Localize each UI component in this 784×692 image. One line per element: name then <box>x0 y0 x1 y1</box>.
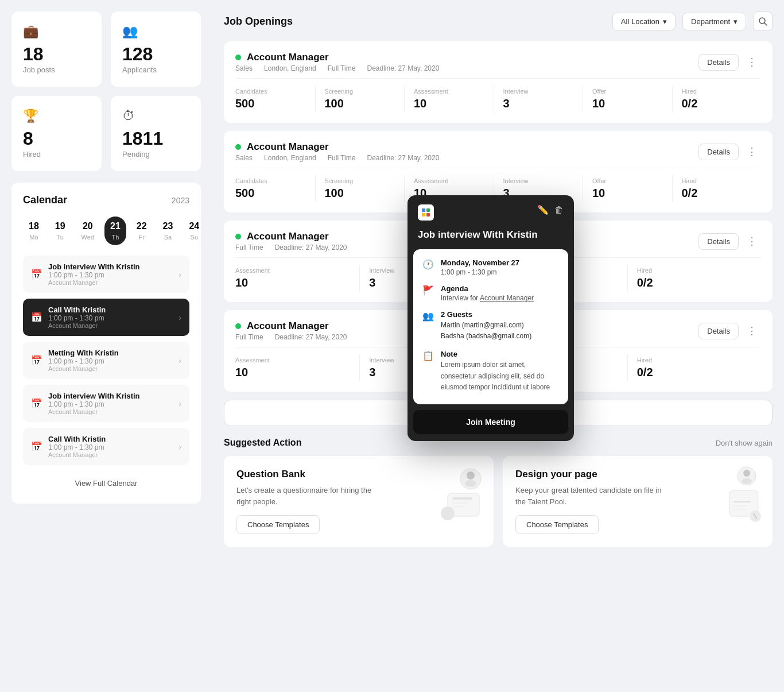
svg-line-1 <box>764 23 767 25</box>
active-dot <box>235 55 241 60</box>
suggested-card-1: Design your page Keep your great talente… <box>503 456 773 547</box>
details-button[interactable]: Details <box>698 54 739 71</box>
popup-date: Monday, November 27 <box>441 258 559 267</box>
view-full-calendar-button[interactable]: View Full Calendar <box>23 474 189 492</box>
more-options-button[interactable]: ⋮ <box>743 233 761 250</box>
details-button[interactable]: Details <box>698 233 739 250</box>
hired-label: Hired <box>23 150 90 158</box>
job-stat-hired: Hired 0/2 <box>673 175 762 202</box>
illustration-1 <box>698 462 767 525</box>
svg-rect-7 <box>452 502 468 504</box>
applicants-number: 128 <box>122 45 189 63</box>
day-20[interactable]: 20 Wed <box>76 217 100 245</box>
svg-rect-6 <box>452 497 472 500</box>
job-card-header: Account Manager Sales London, England Fu… <box>235 141 761 162</box>
chevron-right-icon: › <box>178 356 181 365</box>
svg-rect-17 <box>733 509 745 511</box>
day-22[interactable]: 22 Fr <box>131 217 153 245</box>
svg-rect-21 <box>426 208 430 212</box>
pending-number: 1811 <box>122 129 189 148</box>
search-icon <box>758 17 767 26</box>
department-filter[interactable]: Department ▾ <box>682 13 746 30</box>
calendar-icon: 📅 <box>31 398 42 409</box>
google-meet-icon <box>418 204 434 221</box>
choose-templates-button-0[interactable]: Choose Templates <box>236 515 320 534</box>
stat-card-pending: ⏱ 1811 Pending <box>111 96 201 171</box>
popup-agenda-link[interactable]: Account Manager <box>480 294 534 302</box>
more-options-button[interactable]: ⋮ <box>743 143 761 160</box>
popup-time: 1:00 pm - 1:30 pm <box>441 268 559 276</box>
job-posts-number: 18 <box>23 45 90 63</box>
details-button[interactable]: Details <box>698 323 739 339</box>
day-18[interactable]: 18 Mo <box>23 217 45 245</box>
popup-title: Job interview With Kristin <box>418 229 564 241</box>
job-stat-hired: Hired 0/2 <box>673 86 762 113</box>
job-title: Account Manager <box>247 52 329 63</box>
delete-icon[interactable]: 🗑 <box>554 205 564 215</box>
choose-templates-button-1[interactable]: Choose Templates <box>515 515 599 534</box>
suggested-card-0: Question Bank Let's create a questionnai… <box>224 456 494 547</box>
applicants-label: Applicants <box>122 65 189 74</box>
join-meeting-button[interactable]: Join Meeting <box>413 410 568 434</box>
active-dot <box>235 323 241 329</box>
calendar-event-4[interactable]: 📅 Call With Kristin 1:00 pm - 1:30 pm Ac… <box>23 428 189 465</box>
job-stat-candidates: Candidates 500 <box>235 175 316 202</box>
search-button[interactable] <box>753 11 773 31</box>
svg-rect-20 <box>422 208 425 212</box>
pending-icon: ⏱ <box>122 109 189 123</box>
job-title: Account Manager <box>247 320 329 332</box>
job-title: Account Manager <box>247 231 329 242</box>
day-21[interactable]: 21 Th <box>104 217 126 245</box>
more-options-button[interactable]: ⋮ <box>743 322 761 339</box>
calendar-event-2[interactable]: 📅 Metting With Kristin 1:00 pm - 1:30 pm… <box>23 342 189 379</box>
day-23[interactable]: 23 Sa <box>157 217 179 245</box>
svg-point-11 <box>743 470 750 477</box>
applicants-icon: 👥 <box>122 24 189 39</box>
svg-rect-8 <box>452 506 465 508</box>
edit-icon[interactable]: ✏️ <box>537 204 549 215</box>
job-posts-label: Job posts <box>23 65 90 74</box>
calendar-event-3[interactable]: 📅 Job interview With Kristin 1:00 pm - 1… <box>23 385 189 422</box>
job-meta: Sales London, England Full Time Deadline… <box>235 64 439 72</box>
location-filter[interactable]: All Location ▾ <box>612 13 676 30</box>
job-meta: Full Time Deadline: 27 May, 2020 <box>235 333 347 341</box>
right-panel: Job Openings All Location ▾ Department ▾ <box>212 0 784 692</box>
left-panel: 💼 18 Job posts 👥 128 Applicants 🏆 8 Hire… <box>0 0 212 692</box>
popup-guest: Badsha (badsha@gmail.com) <box>441 331 559 342</box>
hired-icon: 🏆 <box>23 109 90 123</box>
event-popup: ✏️ 🗑 Job interview With Kristin 🕐 Monday… <box>407 195 574 441</box>
calendar-event-1[interactable]: 📅 Call With Kristin 1:00 pm - 1:30 pm Ac… <box>23 299 189 336</box>
popup-note-label: Note <box>441 350 559 358</box>
job-stat-assessment: Assessment 10 <box>405 86 494 113</box>
svg-point-3 <box>467 471 475 480</box>
calendar-icon: 📅 <box>31 269 42 280</box>
stat-card-hired: 🏆 8 Hired <box>11 96 102 171</box>
day-19[interactable]: 19 Tu <box>49 217 71 245</box>
job-card-0: Account Manager Sales London, England Fu… <box>224 41 773 123</box>
job-meta: Sales London, England Full Time Deadline… <box>235 154 439 162</box>
stat-card-applicants: 👥 128 Applicants <box>111 11 201 87</box>
calendar-event-0[interactable]: 📅 Job interview With Kristin 1:00 pm - 1… <box>23 256 189 293</box>
calendar-icon: 📅 <box>31 441 42 452</box>
calendar-title: Calendar <box>23 194 67 206</box>
job-stat-hired: Hired 0/2 <box>628 265 761 292</box>
dont-show-again-button[interactable]: Don't show again <box>716 439 773 447</box>
hired-number: 8 <box>23 129 90 148</box>
details-button[interactable]: Details <box>698 144 739 160</box>
more-options-button[interactable]: ⋮ <box>743 53 761 71</box>
chevron-right-icon: › <box>178 270 181 279</box>
popup-guests-row: 👥 2 Guests Martin (martin@gmail.com)Bads… <box>422 310 559 342</box>
event-list: 📅 Job interview With Kristin 1:00 pm - 1… <box>23 256 189 465</box>
day-24[interactable]: 24 Su <box>183 217 205 245</box>
popup-datetime-row: 🕐 Monday, November 27 1:00 pm - 1:30 pm <box>422 258 559 276</box>
right-header: Job Openings All Location ▾ Department ▾ <box>224 6 773 41</box>
guests-icon: 👥 <box>422 311 434 322</box>
active-dot <box>235 144 241 150</box>
job-stat-offer: Offer 10 <box>583 86 673 113</box>
job-meta: Full Time Deadline: 27 May, 2020 <box>235 243 347 252</box>
job-posts-icon: 💼 <box>23 24 90 39</box>
job-stat-assessment: Assessment 10 <box>235 265 360 292</box>
job-stat-hired: Hired 0/2 <box>628 354 761 381</box>
clock-icon: 🕐 <box>422 259 434 270</box>
suggested-action-title: Suggested Action <box>224 438 301 448</box>
